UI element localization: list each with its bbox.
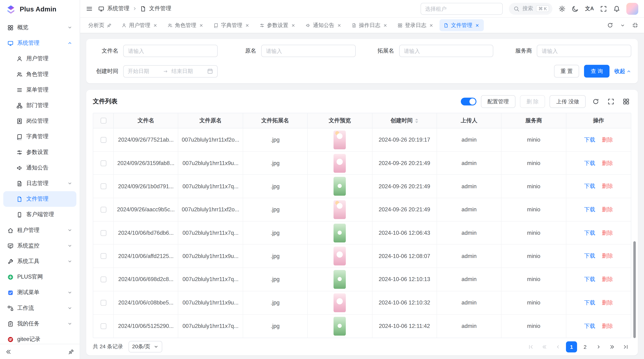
download-link[interactable]: 下载 <box>584 252 595 260</box>
upload-button[interactable]: 上传 没做 <box>550 95 586 108</box>
close-icon[interactable] <box>199 23 204 28</box>
close-icon[interactable] <box>475 23 480 28</box>
row-checkbox[interactable] <box>100 160 106 166</box>
close-icon[interactable] <box>291 23 296 28</box>
file-preview-image[interactable] <box>334 177 346 196</box>
sidebar-item-dict[interactable]: 字典管理 <box>3 129 76 144</box>
pin-icon[interactable] <box>68 349 74 355</box>
file-preview-image[interactable] <box>334 154 346 173</box>
prev-5-pages-button[interactable] <box>539 341 550 352</box>
sidebar-item-menu[interactable]: 菜单管理 <box>3 82 76 98</box>
pin-icon[interactable] <box>107 23 112 28</box>
sidebar-group-monitor[interactable]: 系统监控 <box>3 238 76 254</box>
sidebar-item-dept[interactable]: 部门管理 <box>3 98 76 113</box>
notifications-bell-icon[interactable] <box>613 5 620 12</box>
next-5-pages-button[interactable] <box>606 341 618 352</box>
config-management-button[interactable]: 配置管理 <box>481 95 516 108</box>
reset-button[interactable]: 重 置 <box>554 65 579 78</box>
sidebar-group-tools[interactable]: 系统工具 <box>3 254 76 269</box>
sidebar-item-client[interactable]: 客户端管理 <box>3 207 76 222</box>
download-link[interactable]: 下载 <box>584 276 595 283</box>
close-icon[interactable] <box>429 23 434 28</box>
row-checkbox[interactable] <box>100 207 106 212</box>
refresh-icon[interactable] <box>590 96 601 107</box>
tab-param-settings[interactable]: 参数设置 <box>256 19 300 31</box>
download-link[interactable]: 下载 <box>584 159 595 167</box>
download-link[interactable]: 下载 <box>584 206 595 213</box>
refresh-icon[interactable] <box>607 22 613 28</box>
sidebar-group-tenant[interactable]: 租户管理 <box>3 222 76 238</box>
delete-link[interactable]: 删除 <box>602 206 613 213</box>
sidebar-item-role[interactable]: 角色管理 <box>3 66 76 82</box>
row-checkbox[interactable] <box>100 300 106 306</box>
row-checkbox[interactable] <box>100 323 106 329</box>
download-link[interactable]: 下载 <box>584 299 595 306</box>
settings-gear-icon[interactable] <box>559 5 566 12</box>
delete-link[interactable]: 删除 <box>602 252 613 260</box>
file-name-input[interactable] <box>123 45 218 57</box>
collapse-filters-link[interactable]: 收起 <box>614 68 631 75</box>
sidebar-item-user[interactable]: 用户管理 <box>3 51 76 66</box>
delete-link[interactable]: 删除 <box>602 136 613 144</box>
delete-link[interactable]: 删除 <box>602 322 613 330</box>
table-fullscreen-icon[interactable] <box>605 96 616 107</box>
sidebar-group-my-tasks[interactable]: 我的任务 <box>3 316 76 332</box>
provider-input[interactable] <box>537 45 631 57</box>
col-created[interactable]: 创建时间 <box>372 113 437 128</box>
close-icon[interactable] <box>153 23 158 28</box>
select-all-checkbox[interactable] <box>100 118 106 124</box>
prev-page-button[interactable] <box>552 341 564 352</box>
fullscreen-icon[interactable] <box>600 5 607 12</box>
file-preview-image[interactable] <box>334 247 346 266</box>
file-preview-image[interactable] <box>334 130 346 149</box>
page-number-2[interactable]: 2 <box>580 341 591 352</box>
close-icon[interactable] <box>245 23 250 28</box>
next-page-button[interactable] <box>593 341 604 352</box>
sort-carets-icon[interactable] <box>415 118 418 123</box>
sidebar-item-file[interactable]: 文件管理 <box>3 191 76 207</box>
column-settings-icon[interactable] <box>620 96 631 107</box>
file-preview-image[interactable] <box>334 317 346 336</box>
tab-user-management[interactable]: 用户管理 <box>118 19 162 31</box>
tab-dict-management[interactable]: 字典管理 <box>210 19 254 31</box>
app-logo[interactable]: Plus Admin <box>0 0 80 19</box>
date-range-picker[interactable]: 开始日期 结束日期 <box>123 65 218 77</box>
sidebar-item-plus-site[interactable]: PLUS官网 <box>3 269 76 285</box>
tab-operation-log[interactable]: 操作日志 <box>348 19 392 31</box>
row-checkbox[interactable] <box>100 230 106 236</box>
query-button[interactable]: 查 询 <box>584 65 610 78</box>
sidebar-group-system[interactable]: 系统管理 <box>3 35 76 51</box>
file-preview-image[interactable] <box>334 200 346 219</box>
language-icon[interactable]: 文A <box>585 5 594 12</box>
file-preview-image[interactable] <box>334 270 346 289</box>
delete-link[interactable]: 删除 <box>602 159 613 167</box>
sidebar-item-overview[interactable]: 概览 <box>3 20 76 35</box>
delete-link[interactable]: 删除 <box>602 183 613 190</box>
tab-login-log[interactable]: 登录日志 <box>394 19 438 31</box>
tab-notice[interactable]: 通知公告 <box>302 19 346 31</box>
content-fullscreen-icon[interactable] <box>632 22 638 28</box>
row-checkbox[interactable] <box>100 183 106 189</box>
delete-link[interactable]: 删除 <box>602 299 613 306</box>
download-link[interactable]: 下载 <box>584 322 595 330</box>
tab-analysis[interactable]: 分析页 <box>84 19 116 31</box>
page-size-select[interactable]: 20条/页 <box>128 341 162 353</box>
row-checkbox[interactable] <box>100 253 106 259</box>
sidebar-item-params[interactable]: 参数设置 <box>3 144 76 160</box>
extension-input[interactable] <box>399 45 493 57</box>
download-link[interactable]: 下载 <box>584 136 595 144</box>
delete-button[interactable]: 删 除 <box>520 95 545 108</box>
sidebar-item-notice[interactable]: 通知公告 <box>3 160 76 176</box>
tab-role-management[interactable]: 角色管理 <box>164 19 208 31</box>
hamburger-menu-icon[interactable] <box>86 5 93 12</box>
toggle-switch[interactable] <box>461 98 476 105</box>
page-number-1[interactable]: 1 <box>566 341 577 352</box>
row-checkbox[interactable] <box>100 277 106 282</box>
close-icon[interactable] <box>337 23 342 28</box>
tab-file-management[interactable]: 文件管理 <box>440 19 484 31</box>
original-name-input[interactable] <box>261 45 356 57</box>
sidebar-item-post[interactable]: 岗位管理 <box>3 113 76 129</box>
sidebar-item-gitee[interactable]: gitee记录 <box>3 332 76 344</box>
download-link[interactable]: 下载 <box>584 229 595 237</box>
file-preview-image[interactable] <box>334 293 346 312</box>
